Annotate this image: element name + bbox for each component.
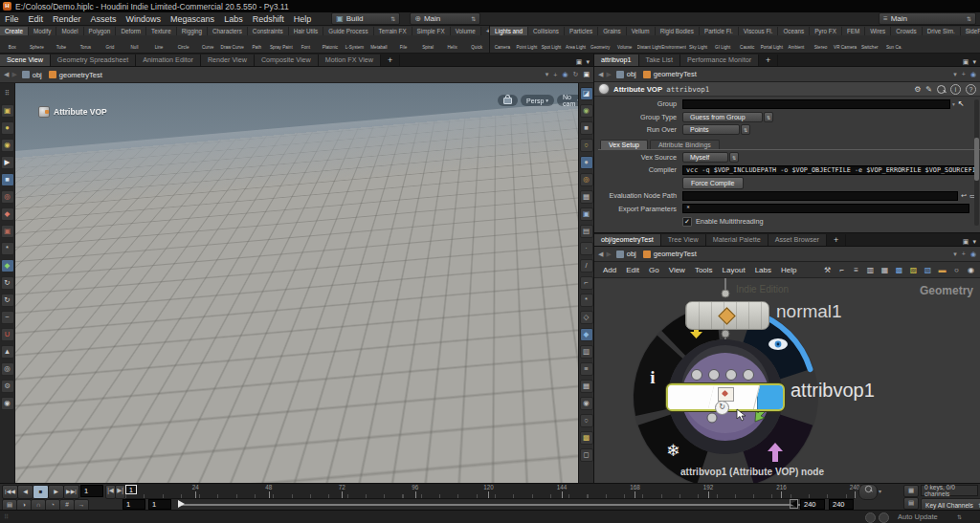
pane-maximize-icon[interactable]: ▣	[963, 238, 969, 246]
select-tool-icon[interactable]: ▶	[1, 156, 14, 169]
shelf-tool-path[interactable]: Path	[244, 35, 269, 54]
menu-assets[interactable]: Assets	[86, 14, 122, 24]
spinner-icon[interactable]: ⇅	[741, 124, 750, 135]
snap-magnet-icon[interactable]: U	[1, 328, 14, 341]
export-params-input[interactable]: *	[682, 204, 969, 213]
menu-file[interactable]: File	[0, 14, 24, 24]
range-start-handle[interactable]	[178, 500, 185, 508]
loop-tool-icon[interactable]: ↻	[1, 294, 14, 307]
force-compile-button[interactable]: Force Compile	[682, 177, 744, 189]
shelf-tab-rigging[interactable]: Rigging	[177, 27, 208, 35]
shelf-tool-geometry-light[interactable]: Geometry Light	[588, 35, 612, 54]
playhead-marker[interactable]: 1	[125, 485, 137, 494]
network-menu-view[interactable]: View	[664, 266, 690, 274]
shelf-tab-sidefx-labs[interactable]: SideFX Labs	[961, 27, 980, 35]
zoom-icon[interactable]: ○	[951, 265, 962, 275]
path-menu-icon[interactable]: ▾	[953, 251, 957, 258]
shaded-icon[interactable]: ◆	[580, 328, 593, 341]
timeline-ruler[interactable]: 1 24487296120144168192216240	[125, 484, 855, 499]
group-menu-icon[interactable]: ▾	[952, 101, 955, 107]
view-grid-icon[interactable]: ▦	[580, 380, 593, 393]
shelf-tool-camera[interactable]: Camera	[490, 35, 515, 54]
thumbnails-icon[interactable]: ▩	[894, 265, 904, 275]
shelf-tool-tube[interactable]: Tube	[49, 35, 74, 54]
shelf-tool-sky-light[interactable]: Sky Light	[686, 35, 711, 54]
group-list-icon[interactable]: ≡	[580, 362, 593, 376]
translate-tool-icon[interactable]: ◎	[1, 190, 14, 204]
forward-icon[interactable]: ▶	[606, 251, 611, 258]
shelf-tab-particle-fl[interactable]: Particle Fl.	[700, 27, 739, 35]
snapshot-icon[interactable]: ▣	[583, 71, 590, 78]
headlight-icon[interactable]: ●	[580, 156, 593, 169]
shelf-tool-draw-curve[interactable]: Draw Curve	[220, 35, 245, 54]
help-icon[interactable]: ?	[966, 84, 976, 95]
path-node-chip[interactable]: geometryTest	[47, 71, 104, 79]
path-context-chip[interactable]: obj	[614, 70, 638, 78]
channel-list-icon[interactable]: ▤	[903, 497, 919, 510]
shelf-tool-quick-shapes[interactable]: Quick Shapes	[464, 35, 489, 54]
back-icon[interactable]: ◀	[598, 251, 603, 258]
pane-tab-obj-geometrytest[interactable]: obj/geometryTest	[594, 234, 661, 246]
shelf-tool-file[interactable]: File	[391, 35, 416, 54]
range-end-handle[interactable]	[791, 500, 797, 508]
shelf-tab-pyro-fx[interactable]: Pyro FX	[810, 27, 842, 35]
link-icon[interactable]: ◉	[562, 71, 568, 78]
shelf-tab-simple-fx[interactable]: Simple FX	[412, 27, 451, 35]
pane-tab-motion-fx-view[interactable]: Motion FX View	[319, 54, 381, 66]
shelf-tool-helix[interactable]: Helix	[440, 35, 465, 54]
hud-icon[interactable]: ▩	[580, 431, 593, 445]
refresh-icon[interactable]: ↻	[573, 71, 579, 78]
stop-icon[interactable]: ■	[33, 485, 49, 499]
shelf-tool-vr-camera[interactable]: VR Camera	[833, 35, 858, 54]
range-end2-field[interactable]: 240	[829, 499, 854, 510]
info-icon[interactable]: i	[950, 84, 961, 95]
material-icon[interactable]: ◎	[580, 173, 593, 186]
pan-tool-icon[interactable]: ●	[1, 121, 14, 135]
shelf-tool-switcher[interactable]: Switcher	[858, 35, 882, 54]
pane-tab-render-view[interactable]: Render View	[201, 54, 255, 66]
current-frame-field[interactable]: 1	[80, 485, 103, 497]
menu-edit[interactable]: Edit	[24, 14, 49, 24]
pane-maximize-icon[interactable]: ▣	[963, 58, 969, 66]
viewport-3d[interactable]: Attribute VOP Persp▾ No cam▾ Indie Editi…	[15, 83, 578, 483]
subtab-attribute-bindings[interactable]: Attribute Bindings	[650, 140, 720, 149]
network-menu-add[interactable]: Add	[598, 266, 621, 274]
pane-tab-material-palette[interactable]: Material Palette	[706, 234, 768, 246]
shelf-tool-portal-light[interactable]: Portal Light	[760, 35, 785, 54]
group-type-dropdown[interactable]: Guess from Group	[682, 112, 763, 122]
vex-source-dropdown[interactable]: Myself	[682, 152, 728, 163]
network-menu-layout[interactable]: Layout	[718, 266, 750, 274]
shelf-tab-particles[interactable]: Particles	[565, 27, 598, 35]
op-path-icon[interactable]: ↩	[961, 192, 967, 200]
forward-icon[interactable]: ▶	[11, 71, 16, 78]
pane-tab-add-icon[interactable]: +	[381, 54, 400, 66]
align-tool-icon[interactable]: ▲	[1, 345, 14, 359]
shelf-tool-stereo-camera[interactable]: Stereo Camera	[809, 35, 834, 54]
edit-icon[interactable]: ✎	[925, 85, 932, 94]
node-name-field[interactable]: attribvop1	[666, 85, 709, 94]
shelf-tab-constraints[interactable]: Constraints	[248, 27, 289, 35]
sticky-note-icon[interactable]: ▨	[908, 265, 919, 275]
pane-tab-tree-view[interactable]: Tree View	[661, 234, 706, 246]
spinner-icon[interactable]: ⇅	[729, 152, 739, 163]
persp-pill[interactable]: Persp▾	[521, 95, 554, 106]
pane-tab-scene-view[interactable]: Scene View	[0, 54, 51, 66]
shelf-tool-curve-bezier[interactable]: Curve Bezier	[195, 35, 220, 54]
color-bar-icon[interactable]: ▬	[937, 265, 947, 275]
shelf-tab-create[interactable]: Create	[0, 27, 29, 35]
menu-render[interactable]: Render	[48, 14, 86, 24]
eval-node-path-input[interactable]	[682, 191, 958, 201]
shelf-tool-grid[interactable]: Grid	[98, 35, 122, 54]
shelf-tab-terrain-fx[interactable]: Terrain FX	[374, 27, 412, 35]
link-icon[interactable]: ◉	[970, 71, 976, 78]
multithread-checkbox[interactable]: ✓	[682, 217, 692, 227]
shelf-tool-gi-light[interactable]: GI Light	[710, 35, 735, 54]
shelf-tab-volume[interactable]: Volume	[451, 27, 481, 35]
scale-tool-icon[interactable]: ▣	[1, 225, 14, 238]
pane-tab-animation-editor[interactable]: Animation Editor	[136, 54, 201, 66]
pane-tab-asset-browser[interactable]: Asset Browser	[768, 234, 827, 246]
normal-node[interactable]	[685, 301, 769, 330]
shelf-tool-sphere[interactable]: Sphere	[25, 35, 50, 54]
shelf-tab-collisions[interactable]: Collisions	[528, 27, 565, 35]
shelf-tool-environment-light[interactable]: Environment Light	[661, 35, 686, 54]
